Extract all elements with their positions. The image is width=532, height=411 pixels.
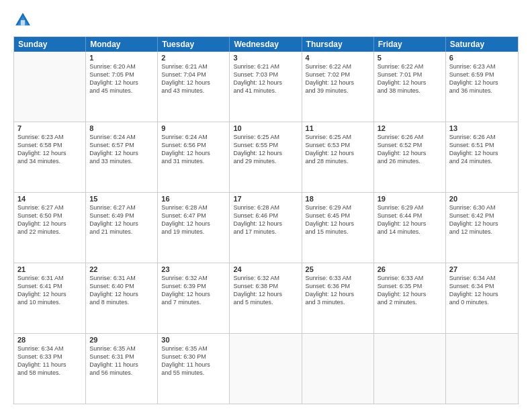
- day-number: 1: [89, 54, 154, 62]
- cell-info: Sunrise: 6:27 AMSunset: 6:50 PMDaylight:…: [17, 203, 82, 236]
- day-header-tuesday: Tuesday: [158, 37, 230, 52]
- day-number: 5: [378, 54, 442, 62]
- day-number: 20: [449, 195, 515, 203]
- day-number: 30: [161, 336, 226, 344]
- cal-cell: 4Sunrise: 6:22 AMSunset: 7:02 PMDaylight…: [302, 52, 374, 122]
- cell-info: Sunrise: 6:35 AMSunset: 6:31 PMDaylight:…: [89, 345, 154, 377]
- cell-info: Sunrise: 6:31 AMSunset: 6:40 PMDaylight:…: [89, 274, 154, 307]
- cell-info: Sunrise: 6:23 AMSunset: 6:58 PMDaylight:…: [17, 133, 82, 166]
- cal-cell: 28Sunrise: 6:34 AMSunset: 6:33 PMDayligh…: [14, 334, 86, 404]
- day-number: 15: [89, 195, 154, 203]
- day-number: 13: [449, 124, 515, 132]
- cell-info: Sunrise: 6:35 AMSunset: 6:30 PMDaylight:…: [161, 345, 226, 377]
- cell-info: Sunrise: 6:25 AMSunset: 6:53 PMDaylight:…: [306, 133, 370, 166]
- cell-info: Sunrise: 6:22 AMSunset: 7:02 PMDaylight:…: [306, 62, 370, 95]
- cal-row-2: 14Sunrise: 6:27 AMSunset: 6:50 PMDayligh…: [14, 193, 518, 263]
- day-number: 29: [89, 336, 154, 344]
- day-number: 2: [161, 54, 226, 62]
- cell-info: Sunrise: 6:24 AMSunset: 6:56 PMDaylight:…: [161, 133, 226, 166]
- day-number: 8: [89, 124, 154, 132]
- cal-cell: [302, 334, 374, 404]
- cal-cell: 8Sunrise: 6:24 AMSunset: 6:57 PMDaylight…: [86, 122, 158, 192]
- cell-info: Sunrise: 6:27 AMSunset: 6:49 PMDaylight:…: [89, 203, 154, 236]
- cal-row-4: 28Sunrise: 6:34 AMSunset: 6:33 PMDayligh…: [14, 334, 518, 404]
- cell-info: Sunrise: 6:31 AMSunset: 6:41 PMDaylight:…: [17, 274, 82, 307]
- cal-cell: 27Sunrise: 6:34 AMSunset: 6:34 PMDayligh…: [446, 263, 518, 333]
- cell-info: Sunrise: 6:26 AMSunset: 6:51 PMDaylight:…: [449, 133, 515, 166]
- cell-info: Sunrise: 6:26 AMSunset: 6:52 PMDaylight:…: [378, 133, 442, 166]
- day-number: 9: [161, 124, 226, 132]
- cal-cell: [374, 334, 446, 404]
- cell-info: Sunrise: 6:34 AMSunset: 6:33 PMDaylight:…: [17, 345, 82, 377]
- cal-cell: 29Sunrise: 6:35 AMSunset: 6:31 PMDayligh…: [86, 334, 158, 404]
- cal-cell: 26Sunrise: 6:33 AMSunset: 6:35 PMDayligh…: [374, 263, 446, 333]
- cell-info: Sunrise: 6:34 AMSunset: 6:34 PMDaylight:…: [449, 274, 515, 307]
- cell-info: Sunrise: 6:28 AMSunset: 6:47 PMDaylight:…: [161, 203, 226, 236]
- day-header-thursday: Thursday: [302, 37, 374, 52]
- cell-info: Sunrise: 6:21 AMSunset: 7:03 PMDaylight:…: [233, 62, 298, 95]
- day-header-wednesday: Wednesday: [230, 37, 302, 52]
- day-number: 19: [378, 195, 442, 203]
- day-number: 17: [233, 195, 298, 203]
- cal-row-1: 7Sunrise: 6:23 AMSunset: 6:58 PMDaylight…: [14, 122, 518, 193]
- cal-cell: 3Sunrise: 6:21 AMSunset: 7:03 PMDaylight…: [230, 52, 302, 122]
- cell-info: Sunrise: 6:22 AMSunset: 7:01 PMDaylight:…: [378, 62, 442, 95]
- cell-info: Sunrise: 6:30 AMSunset: 6:42 PMDaylight:…: [449, 203, 515, 236]
- cal-cell: 5Sunrise: 6:22 AMSunset: 7:01 PMDaylight…: [374, 52, 446, 122]
- cal-cell: 11Sunrise: 6:25 AMSunset: 6:53 PMDayligh…: [302, 122, 374, 192]
- cal-cell: 18Sunrise: 6:29 AMSunset: 6:45 PMDayligh…: [302, 193, 374, 263]
- cal-cell: 23Sunrise: 6:32 AMSunset: 6:39 PMDayligh…: [158, 263, 230, 333]
- cal-cell: [446, 334, 518, 404]
- cal-cell: 30Sunrise: 6:35 AMSunset: 6:30 PMDayligh…: [158, 334, 230, 404]
- day-number: 3: [233, 54, 298, 62]
- day-number: 28: [17, 336, 82, 344]
- cell-info: Sunrise: 6:32 AMSunset: 6:39 PMDaylight:…: [161, 274, 226, 307]
- cal-cell: 7Sunrise: 6:23 AMSunset: 6:58 PMDaylight…: [14, 122, 86, 192]
- day-number: 16: [161, 195, 226, 203]
- cell-info: Sunrise: 6:32 AMSunset: 6:38 PMDaylight:…: [233, 274, 298, 307]
- cell-info: Sunrise: 6:29 AMSunset: 6:44 PMDaylight:…: [378, 203, 442, 236]
- cal-row-0: 1Sunrise: 6:20 AMSunset: 7:05 PMDaylight…: [14, 52, 518, 122]
- day-number: 7: [17, 124, 82, 132]
- cal-cell: 24Sunrise: 6:32 AMSunset: 6:38 PMDayligh…: [230, 263, 302, 333]
- day-number: 26: [378, 265, 442, 273]
- cal-cell: 21Sunrise: 6:31 AMSunset: 6:41 PMDayligh…: [14, 263, 86, 333]
- day-number: 18: [306, 195, 370, 203]
- cal-cell: 16Sunrise: 6:28 AMSunset: 6:47 PMDayligh…: [158, 193, 230, 263]
- cal-cell: 19Sunrise: 6:29 AMSunset: 6:44 PMDayligh…: [374, 193, 446, 263]
- day-number: 23: [161, 265, 226, 273]
- day-header-saturday: Saturday: [446, 37, 518, 52]
- cell-info: Sunrise: 6:21 AMSunset: 7:04 PMDaylight:…: [161, 62, 226, 95]
- cal-cell: [14, 52, 86, 122]
- logo: [13, 11, 35, 30]
- cell-info: Sunrise: 6:23 AMSunset: 6:59 PMDaylight:…: [449, 62, 515, 95]
- cal-cell: 1Sunrise: 6:20 AMSunset: 7:05 PMDaylight…: [86, 52, 158, 122]
- cal-cell: [230, 334, 302, 404]
- day-header-sunday: Sunday: [14, 37, 86, 52]
- cell-info: Sunrise: 6:29 AMSunset: 6:45 PMDaylight:…: [306, 203, 370, 236]
- cal-cell: 6Sunrise: 6:23 AMSunset: 6:59 PMDaylight…: [446, 52, 518, 122]
- header: [13, 11, 519, 30]
- logo-icon: [13, 11, 32, 30]
- cal-cell: 13Sunrise: 6:26 AMSunset: 6:51 PMDayligh…: [446, 122, 518, 192]
- cell-info: Sunrise: 6:33 AMSunset: 6:35 PMDaylight:…: [378, 274, 442, 307]
- day-number: 12: [378, 124, 442, 132]
- day-number: 22: [89, 265, 154, 273]
- calendar-body: 1Sunrise: 6:20 AMSunset: 7:05 PMDaylight…: [14, 52, 518, 404]
- day-number: 10: [233, 124, 298, 132]
- day-number: 6: [449, 54, 515, 62]
- cal-cell: 14Sunrise: 6:27 AMSunset: 6:50 PMDayligh…: [14, 193, 86, 263]
- day-number: 4: [306, 54, 370, 62]
- cell-info: Sunrise: 6:25 AMSunset: 6:55 PMDaylight:…: [233, 133, 298, 166]
- cell-info: Sunrise: 6:33 AMSunset: 6:36 PMDaylight:…: [306, 274, 370, 307]
- calendar-header: SundayMondayTuesdayWednesdayThursdayFrid…: [14, 37, 518, 52]
- day-header-monday: Monday: [86, 37, 158, 52]
- day-number: 24: [233, 265, 298, 273]
- day-header-friday: Friday: [374, 37, 446, 52]
- day-number: 27: [449, 265, 515, 273]
- day-number: 25: [306, 265, 370, 273]
- cal-cell: 22Sunrise: 6:31 AMSunset: 6:40 PMDayligh…: [86, 263, 158, 333]
- cell-info: Sunrise: 6:28 AMSunset: 6:46 PMDaylight:…: [233, 203, 298, 236]
- cal-cell: 17Sunrise: 6:28 AMSunset: 6:46 PMDayligh…: [230, 193, 302, 263]
- calendar: SundayMondayTuesdayWednesdayThursdayFrid…: [13, 36, 519, 404]
